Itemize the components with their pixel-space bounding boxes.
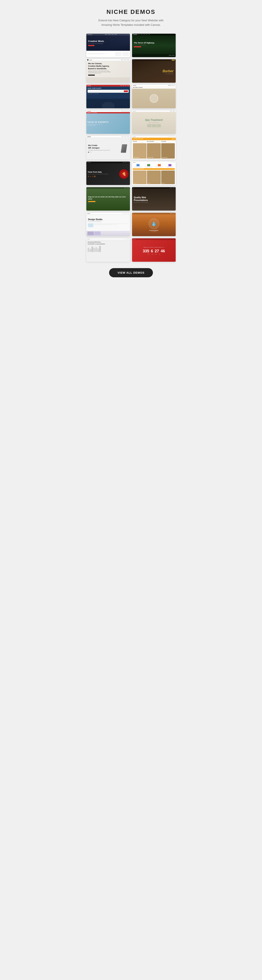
demo-14-logo: ✦ bbox=[133, 187, 134, 189]
demo-18-seconds: 46 bbox=[161, 249, 165, 253]
demo-card-8[interactable]: canvas Spa Treatment Relax your mind and… bbox=[132, 110, 176, 134]
demo-2-btn[interactable] bbox=[134, 46, 141, 47]
demo-1-btn[interactable] bbox=[88, 45, 95, 46]
demo-17-title: Amazing Websites,Unlimited Customization bbox=[88, 241, 129, 245]
demo-17-logo: canvas bbox=[87, 239, 90, 240]
demo-10-logo: canvas bbox=[133, 136, 136, 137]
demo-13-title: Dogs are not our whole Life. But they ma… bbox=[88, 196, 128, 200]
demo-18-hours: 6 bbox=[151, 249, 153, 253]
demo-card-15[interactable]: canvas Design Studio. Creative designs f… bbox=[86, 213, 130, 236]
demo-card-12[interactable]: canvas bbox=[132, 162, 176, 185]
demo-11-logo: ✦ canvas bbox=[87, 162, 91, 163]
demo-card-14[interactable]: ✦ Quality WebPresentations Professional … bbox=[132, 187, 176, 211]
demo-9-title: We Creatediff. Designs bbox=[88, 144, 120, 149]
page-wrapper: NICHE DEMOS Extend into New Category for… bbox=[86, 8, 176, 277]
demos-grid: canvas Creative Work. Take Your Business… bbox=[86, 34, 176, 262]
demo-card-3[interactable]: canvas We are Canvas,Creative Media Agen… bbox=[86, 59, 130, 83]
demo-card-16[interactable]: ✦ 💧 Drinking Water Pure & Natural bbox=[132, 213, 176, 236]
demo-8-logo: canvas bbox=[133, 111, 136, 112]
page-subtitle: Extend into New Category for your Next W… bbox=[97, 18, 165, 27]
demo-card-10[interactable]: canvas FEATURED PROPERTIES view all bbox=[132, 136, 176, 159]
demo-14-title: Quality WebPresentations bbox=[134, 196, 174, 202]
demo-7-title: TEAM OF EXPERTS bbox=[87, 121, 129, 123]
demo-card-2[interactable]: CANVAS The Terror Of Highway. Dare the N… bbox=[132, 34, 176, 57]
demo-18-days: 335 bbox=[143, 249, 149, 253]
demo-4-nav: ● ● ● bbox=[133, 59, 135, 60]
demo-card-1[interactable]: canvas Creative Work. Take Your Business… bbox=[86, 34, 130, 57]
demo-18-minutes: 27 bbox=[155, 249, 159, 253]
demo-card-17[interactable]: canvas Amazing Websites,Unlimited Custom… bbox=[86, 238, 130, 262]
demo-card-18[interactable]: canvas FABULOUS OFFERS & GREAT DEALS TIL… bbox=[132, 238, 176, 262]
demo-7-logo: canvas bbox=[87, 111, 91, 112]
demo-15-title: Design Studio. bbox=[88, 218, 128, 221]
demo-12-logo: canvas bbox=[133, 162, 136, 163]
demo-3-title: We are Canvas,Creative Media Agency,Base… bbox=[88, 62, 128, 70]
page-title: NICHE DEMOS bbox=[107, 8, 156, 15]
demo-13-logo: 🐾 bbox=[87, 187, 88, 189]
demo-9-logo: canvas bbox=[87, 136, 91, 137]
demo-card-5[interactable]: canvas BOOK YOUR FLIGHTS Ch bbox=[86, 85, 130, 108]
demo-card-9[interactable]: canvas We Creatediff. Designs Creative A… bbox=[86, 136, 130, 159]
demo-card-11[interactable]: ✦ canvas Taste from Italy. Why Needs a B… bbox=[86, 162, 130, 185]
demo-13-btn[interactable] bbox=[88, 201, 95, 202]
demo-2-logo: CANVAS bbox=[133, 34, 137, 35]
demo-11-title: Taste from Italy. bbox=[88, 171, 118, 173]
demo-5-logo: canvas bbox=[87, 85, 91, 86]
demo-5-title: BOOK YOUR FLIGHTS bbox=[88, 88, 129, 89]
demo-1-logo: canvas bbox=[87, 34, 92, 35]
demo-card-13[interactable]: 🐾 Dogs are not our whole Life. But they … bbox=[86, 187, 130, 211]
demo-15-logo: canvas bbox=[87, 213, 90, 214]
demo-18-offer-text: FABULOUS OFFERS & GREAT DEALS TILL bbox=[144, 247, 164, 248]
demo-10-header: FEATURED PROPERTIES bbox=[133, 138, 143, 139]
demo-2-title: The Terror Of Highway. bbox=[134, 42, 174, 45]
demo-card-7[interactable]: canvas TEAM OF EXPERTS TEAM OF EXPERTS O… bbox=[86, 110, 130, 134]
demo-6-logo: canvas bbox=[133, 85, 136, 86]
demo-card-6[interactable]: canvas ☎ 234 5678 ✉ 53 WELCOME TO CANVAS bbox=[132, 85, 176, 108]
demo-card-4[interactable]: ● ● ● Barber Classic & Modern Style bbox=[132, 59, 176, 83]
view-all-button[interactable]: VIEW ALL DEMOS bbox=[109, 268, 153, 277]
demo-1-title: Creative Work. bbox=[88, 40, 104, 43]
demo-4-title: Barber bbox=[163, 69, 174, 73]
demo-8-title: Spa Treatment bbox=[145, 118, 163, 121]
demo-3-logo-text: canvas bbox=[89, 59, 92, 60]
demo-3-logo-mark bbox=[87, 59, 88, 60]
demo-3-btn[interactable] bbox=[88, 75, 95, 76]
demo-18-nav: canvas bbox=[133, 239, 136, 240]
demo-1-subtitle: Take Your Business to the New Heights bbox=[88, 43, 104, 44]
demo-16-title: Drinking Water bbox=[149, 230, 158, 231]
